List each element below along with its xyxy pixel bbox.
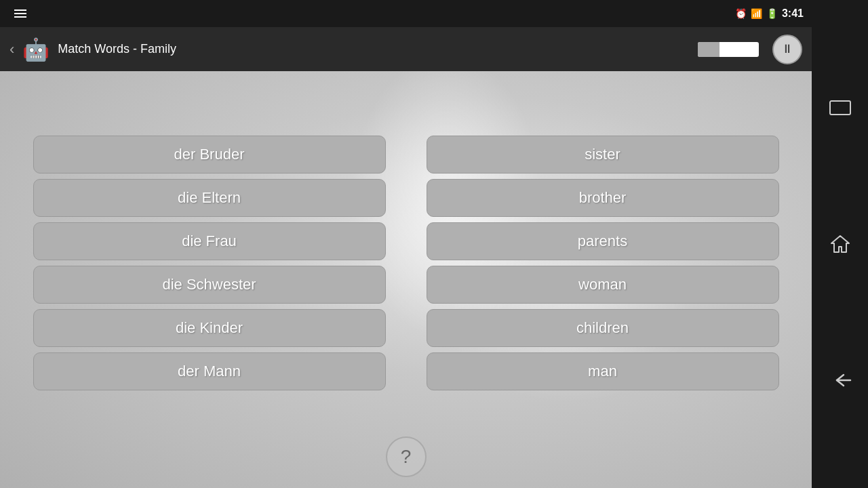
main-content: der Bruder die Eltern die Frau die Schwe…	[0, 71, 812, 488]
word-btn-woman[interactable]: woman	[427, 266, 779, 304]
top-bar: ‹ 🤖 Match Words - Family ⏸	[0, 27, 812, 71]
english-column: sister brother parents woman children ma…	[427, 136, 779, 390]
word-btn-die-schwester[interactable]: die Schwester	[33, 266, 386, 304]
word-btn-sister[interactable]: sister	[427, 136, 779, 174]
word-btn-der-bruder[interactable]: der Bruder	[33, 136, 386, 174]
word-btn-die-frau[interactable]: die Frau	[33, 222, 386, 260]
status-bar: ⏰ 📶 🔋 3:41	[0, 0, 812, 27]
alarm-icon: ⏰	[735, 8, 747, 19]
word-btn-der-mann[interactable]: der Mann	[33, 352, 386, 390]
back-icon: ‹	[9, 41, 14, 58]
app-title: Match Words - Family	[58, 42, 691, 56]
word-btn-man[interactable]: man	[427, 352, 779, 390]
hamburger-icon	[14, 9, 26, 18]
side-nav	[812, 0, 868, 488]
battery-icon: 🔋	[766, 8, 778, 19]
progress-bar	[698, 42, 759, 57]
word-btn-die-eltern[interactable]: die Eltern	[33, 179, 386, 217]
progress-fill	[698, 42, 719, 57]
german-column: der Bruder die Eltern die Frau die Schwe…	[33, 136, 386, 390]
pause-icon: ⏸	[781, 42, 793, 56]
status-time: 3:41	[782, 7, 804, 20]
word-btn-children[interactable]: children	[427, 309, 779, 347]
content-layout: der Bruder die Eltern die Frau die Schwe…	[0, 71, 812, 488]
word-btn-parents[interactable]: parents	[427, 222, 779, 260]
columns-wrapper: der Bruder die Eltern die Frau die Schwe…	[33, 136, 779, 390]
status-bar-left	[0, 0, 41, 27]
phone-area: ⏰ 📶 🔋 3:41 ‹ 🤖 Match Words - Family ⏸	[0, 0, 812, 488]
help-button[interactable]: ?	[386, 436, 427, 477]
svg-rect-0	[830, 101, 850, 115]
nav-icon-screen[interactable]	[829, 100, 852, 116]
pause-button[interactable]: ⏸	[772, 35, 802, 64]
back-button[interactable]: ‹	[9, 41, 14, 58]
nav-icon-home[interactable]	[830, 235, 850, 253]
help-icon: ?	[401, 446, 412, 468]
robot-icon: 🤖	[22, 37, 50, 62]
word-btn-brother[interactable]: brother	[427, 179, 779, 217]
word-btn-die-kinder[interactable]: die Kinder	[33, 309, 386, 347]
signal-icon: 📶	[751, 8, 762, 19]
app-icon: 🤖	[21, 35, 51, 64]
status-icons: ⏰ 📶 🔋 3:41	[735, 7, 804, 20]
nav-icon-back[interactable]	[829, 372, 852, 388]
